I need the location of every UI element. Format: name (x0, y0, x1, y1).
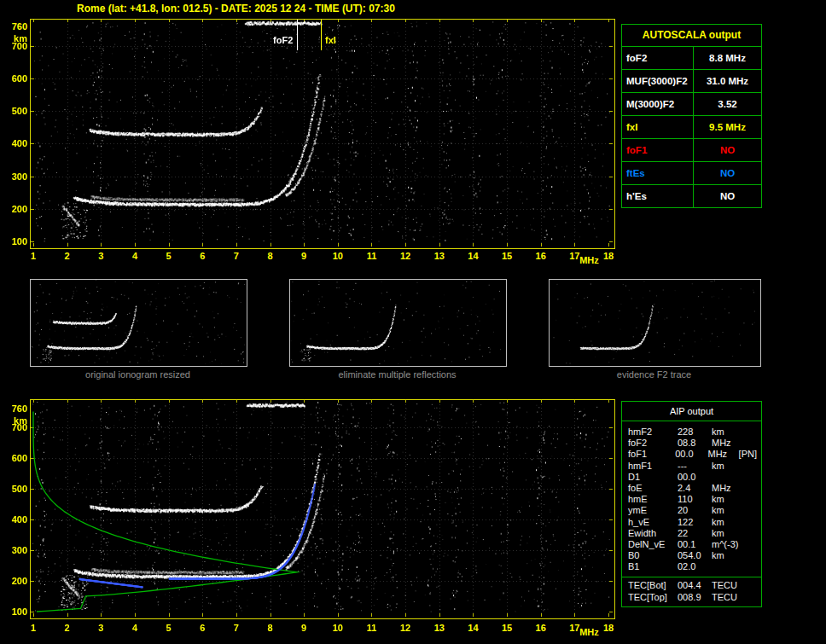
aip-param-label: hmF1 (628, 461, 678, 472)
autoscala-param-value: 9.5 MHz (694, 116, 761, 138)
y-tick-label: 200 (2, 204, 27, 214)
aip-param-unit: m^(-3) (707, 539, 744, 550)
autoscala-param-value: 31.0 MHz (694, 70, 761, 92)
caption-original-ionogram: original ionogram resized (30, 369, 246, 380)
autoscala-table-title: AUTOSCALA output (622, 25, 761, 47)
top-ionogram-plot (30, 19, 615, 249)
y-tick-label: 500 (2, 484, 27, 494)
aip-param-label: DelN_vE (628, 539, 678, 550)
autoscala-row-h'Es: h'EsNO (622, 185, 761, 207)
aip-param-label: TEC[Bot] (628, 580, 678, 591)
autoscala-param-label: h'Es (622, 185, 694, 207)
aip-param-value: 00.0 (678, 472, 707, 483)
aip-param-label: ymE (628, 505, 678, 516)
aip-output-table: AIP output hmF2228kmfoF208.8MHzfoF100.0M… (621, 401, 762, 607)
bottom-ionogram-canvas (31, 400, 613, 617)
x-tick-label: 12 (394, 251, 416, 261)
y-tick-label: 300 (2, 171, 27, 182)
aip-row-hmF2: hmF2228km (628, 426, 757, 438)
aip-row-TEC[Top]: TEC[Top]008.9TECU (628, 592, 757, 603)
aip-param-unit: TECU (707, 592, 744, 603)
aip-param-value: 08.8 (678, 438, 707, 449)
aip-param-value: 22 (678, 528, 707, 539)
top-ionogram-canvas (31, 20, 613, 247)
aip-param-unit: km (707, 550, 744, 561)
aip-param-note (744, 461, 757, 472)
y-tick-label: 500 (2, 106, 27, 116)
autoscala-param-label: ftEs (622, 162, 694, 184)
x-tick-label: 16 (530, 623, 552, 633)
aip-row-foF2: foF208.8MHz (628, 438, 757, 449)
autoscala-row-foF2: foF28.8 MHz (622, 47, 761, 70)
x-tick-label: 3 (90, 251, 112, 261)
x-tick-label: 14 (462, 251, 484, 261)
bottom-ionogram-plot (30, 399, 615, 619)
x-tick-label: 2 (56, 251, 79, 261)
aip-param-value: --- (678, 461, 707, 472)
x-axis-unit-label: MHz (579, 627, 599, 637)
original-ionogram-canvas (31, 280, 245, 364)
aip-row-hmF1: hmF1---km (628, 461, 757, 472)
x-tick-label: 8 (259, 623, 282, 633)
y-tick-label: 400 (2, 514, 27, 525)
autoscala-param-value: NO (694, 162, 761, 184)
autoscala-app-screen: Rome (lat: +41.8, lon: 012.5) - DATE: 20… (0, 0, 826, 644)
aip-param-label: D1 (628, 472, 678, 483)
aip-row-TEC[Bot]: TEC[Bot]004.4TECU (628, 580, 757, 591)
y-tick-label: 600 (2, 73, 27, 84)
y-tick-label: 760 (2, 403, 27, 414)
y-tick-label: 300 (2, 545, 27, 555)
aip-param-label: TEC[Top] (628, 592, 678, 603)
x-tick-label: 16 (530, 251, 552, 261)
aip-param-unit: TECU (707, 580, 744, 591)
caption-evidence-f2-trace: evidence F2 trace (549, 369, 759, 380)
aip-param-value: 2.4 (678, 483, 707, 494)
aip-row-foF1: foF100.0MHz[PN] (628, 449, 757, 460)
autoscala-param-value: 3.52 (694, 93, 761, 115)
aip-param-unit: km (707, 528, 744, 539)
aip-param-note (744, 472, 757, 483)
x-tick-label: 5 (158, 623, 180, 633)
x-tick-label: 1 (22, 623, 44, 633)
x-tick-label: 2 (56, 623, 79, 633)
aip-param-value: 054.0 (678, 550, 707, 561)
x-axis-unit-label: MHz (579, 255, 599, 265)
aip-table-title: AIP output (622, 402, 761, 421)
autoscala-param-label: M(3000)F2 (622, 93, 694, 115)
aip-row-foE: foE2.4MHz (628, 483, 757, 494)
aip-param-label: B1 (628, 561, 678, 572)
x-tick-label: 15 (496, 623, 518, 633)
y-tick-label: 200 (2, 576, 27, 586)
evidence-f2-trace-canvas (550, 280, 759, 364)
x-tick-label: 6 (191, 251, 213, 261)
aip-param-note (744, 528, 757, 539)
x-tick-label: 12 (394, 623, 416, 633)
aip-tec-rows: TEC[Bot]004.4TECUTEC[Top]008.9TECU (622, 577, 761, 606)
autoscala-param-value: NO (694, 185, 761, 207)
aip-row-Ewidth: Ewidth22km (628, 528, 757, 539)
x-tick-label: 8 (259, 251, 282, 261)
aip-param-note (744, 561, 757, 572)
autoscala-row-M(3000)F2: M(3000)F23.52 (622, 93, 761, 116)
aip-param-label: hmE (628, 494, 678, 505)
aip-param-unit: km (707, 505, 744, 516)
eliminate-multiples-canvas (290, 280, 504, 364)
aip-row-B0: B0054.0km (628, 550, 757, 561)
x-tick-label: 5 (158, 251, 180, 261)
aip-param-value: 00.1 (678, 539, 707, 550)
panel-original-ionogram (30, 279, 247, 367)
aip-param-label: hmF2 (628, 426, 678, 438)
autoscala-row-foF1: foF1NO (622, 139, 761, 162)
y-tick-label: 600 (2, 453, 27, 463)
aip-param-value: 02.0 (678, 561, 707, 572)
autoscala-row-MUF(3000)F2: MUF(3000)F231.0 MHz (622, 70, 761, 93)
autoscala-param-value: 8.8 MHz (694, 47, 761, 69)
y-tick-label: 760 (2, 21, 27, 32)
autoscala-table-rows: foF28.8 MHzMUF(3000)F231.0 MHzM(3000)F23… (622, 47, 761, 207)
x-tick-label: 1 (22, 251, 44, 261)
y-axis-unit-label: km (2, 33, 27, 44)
autoscala-row-fxI: fxI9.5 MHz (622, 116, 761, 139)
aip-row-D1: D100.0 (628, 472, 757, 483)
autoscala-param-label: fxI (622, 116, 694, 138)
aip-param-label: foE (628, 483, 678, 494)
